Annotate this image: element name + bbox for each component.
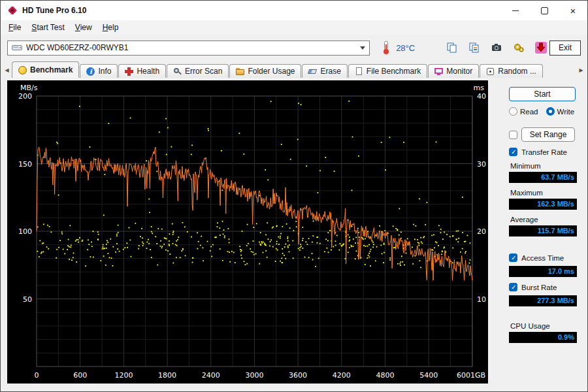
transfer-rate-label: Transfer Rate [521,148,567,156]
drive-name: WDC WD60EZRZ-00RWYB1 [26,43,356,52]
tab-label: Info [98,67,111,76]
read-write-toggle: Read Write [509,107,585,116]
erase-icon [308,67,317,76]
tab-scroll-left-button[interactable]: ◀ [2,64,12,76]
svg-text:50: 50 [23,295,32,304]
info-icon [86,67,95,76]
burst-rate-checkbox[interactable] [509,283,517,291]
menu-start-test[interactable]: Start Test [26,22,69,33]
maximize-button[interactable] [530,1,559,20]
temperature-button[interactable] [380,39,392,56]
burst-rate-row: Burst Rate [509,283,585,291]
menubar: FileStart TestViewHelp [1,20,587,35]
screenshot-button[interactable] [488,39,505,56]
tab-label: Folder Usage [248,67,295,76]
svg-text:3000: 3000 [245,371,263,380]
read-radio[interactable]: Read [509,107,538,116]
tab-error-scan[interactable]: Error Scan [167,64,229,78]
access-time-value: 17.0 ms [509,266,577,277]
tab-scroll-right-button[interactable]: ▶ [576,64,586,76]
copy-button[interactable] [444,39,461,56]
svg-text:MB/s: MB/s [20,84,38,92]
camera-icon [491,42,502,54]
access-time-checkbox[interactable] [509,253,517,262]
svg-text:1800: 1800 [158,371,176,380]
menu-file[interactable]: File [3,22,26,33]
svg-text:200: 200 [18,92,32,101]
dropdown-arrow-icon[interactable] [360,46,365,50]
svg-text:4800: 4800 [376,371,395,380]
tab-benchmark[interactable]: Benchmark [12,61,79,78]
drive-icon [12,44,22,52]
svg-text:10: 10 [477,295,486,304]
set-range-row: Set Range [509,127,585,142]
write-radio[interactable]: Write [546,107,575,116]
copy-image-icon [468,42,480,54]
svg-text:6001GB: 6001GB [457,371,485,380]
svg-text:100: 100 [18,227,32,236]
maximum-value: 162.3 MB/s [509,199,577,210]
access-time-label: Access Time [521,254,564,262]
close-button[interactable]: × [559,1,587,20]
maximize-icon [541,7,548,14]
start-button[interactable]: Start [509,87,576,101]
thermometer-icon [382,41,390,55]
svg-text:4200: 4200 [333,371,351,380]
svg-text:3600: 3600 [289,371,307,380]
write-radio-label: Write [557,108,575,116]
file-benchmark-icon [355,67,363,76]
gears-icon [513,42,525,54]
set-range-checkbox[interactable] [509,131,517,139]
access-time-row: Access Time [509,253,585,262]
folder-usage-icon [236,67,244,76]
close-icon: × [570,6,576,16]
svg-text:5400: 5400 [419,371,438,380]
tab-file-benchmark[interactable]: File Benchmark [348,64,427,78]
tab-bar: ◀ BenchmarkInfoHealthError ScanFolder Us… [1,61,587,78]
save-results-button[interactable] [532,39,549,56]
tab-folder-usage[interactable]: Folder Usage [229,64,301,78]
tab-label: Benchmark [30,65,73,74]
tab-health[interactable]: Health [118,64,166,78]
exit-button[interactable]: Exit [549,41,581,56]
toolbar-buttons [444,39,549,56]
benchmark-page: MB/sms2001501005040302010060012001800240… [1,78,587,391]
copy-pages-icon [446,42,458,54]
titlebar: HD Tune Pro 6.10 × [1,1,587,20]
read-radio-circle[interactable] [509,107,517,116]
tab-label: File Benchmark [367,67,421,76]
tab-label: Error Scan [185,67,222,76]
tab-random[interactable]: Random ... [480,64,543,78]
menu-view[interactable]: View [70,22,97,33]
benchmark-chart: MB/sms2001501005040302010060012001800240… [7,80,488,384]
set-range-button[interactable]: Set Range [521,127,575,142]
menu-help[interactable]: Help [97,22,124,33]
tab-monitor[interactable]: Monitor [428,64,479,78]
tab-label: Monitor [446,67,472,76]
tabs-strip: BenchmarkInfoHealthError ScanFolder Usag… [12,61,576,78]
benchmark-icon [18,66,27,74]
window-title: HD Tune Pro 6.10 [22,6,86,15]
average-label: Average [510,216,585,223]
svg-text:20: 20 [477,227,486,236]
maximum-label: Maximum [510,189,585,197]
transfer-rate-row: Transfer Rate [509,148,585,156]
svg-text:1200: 1200 [114,371,133,380]
transfer-rate-checkbox[interactable] [509,148,517,156]
svg-text:40: 40 [477,92,486,101]
benchmark-sidebar: Start Read Write Set Range Transfer Rate [501,83,585,343]
tab-info[interactable]: Info [80,64,118,78]
random-icon [486,67,495,76]
burst-rate-label: Burst Rate [521,284,557,291]
copy-image-button[interactable] [466,39,483,56]
settings-button[interactable] [510,39,527,56]
minimize-button[interactable] [501,1,530,20]
cpu-usage-label: CPU Usage [510,322,585,330]
svg-text:150: 150 [18,160,32,169]
tab-erase[interactable]: Erase [302,64,347,78]
drive-selector[interactable]: WDC WD60EZRZ-00RWYB1 [7,41,370,56]
svg-text:ms: ms [474,84,485,92]
hdtune-window: HD Tune Pro 6.10 × FileStart TestViewHel… [0,0,588,392]
write-radio-circle[interactable] [546,107,555,116]
burst-rate-value: 277.3 MB/s [509,295,577,306]
